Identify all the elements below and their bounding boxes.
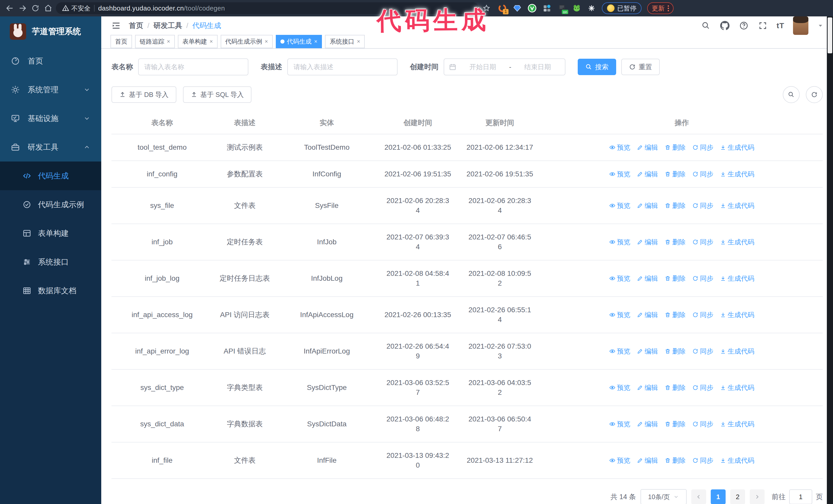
start-date-placeholder[interactable]: 开始日期 (460, 63, 505, 72)
sync-action[interactable]: 同步 (692, 456, 713, 465)
scrollbar-thumb[interactable] (828, 18, 832, 53)
user-avatar[interactable] (793, 17, 808, 35)
delete-action[interactable]: 删除 (665, 143, 686, 152)
extensions-puzzle-icon[interactable] (587, 4, 596, 13)
extension-gem-icon[interactable] (513, 4, 522, 13)
browser-reload-icon[interactable] (30, 3, 41, 13)
browser-menu-icon[interactable] (668, 5, 669, 11)
preview-action[interactable]: 预览 (609, 237, 630, 247)
user-menu-caret-icon[interactable] (817, 22, 824, 29)
sidebar-item-system-api[interactable]: 系统接口 (0, 248, 101, 277)
edit-action[interactable]: 编辑 (637, 143, 658, 152)
app-logo[interactable]: 芋道管理系统 (0, 17, 101, 47)
github-icon[interactable] (720, 21, 730, 31)
preview-action[interactable]: 预览 (609, 383, 630, 392)
generate-code-action[interactable]: 生成代码 (720, 419, 754, 429)
tab-codegen-example[interactable]: 代码生成示例× (221, 35, 273, 48)
import-sql-button[interactable]: 基于 SQL 导入 (183, 87, 252, 103)
close-icon[interactable]: × (357, 38, 360, 45)
edit-action[interactable]: 编辑 (637, 237, 658, 247)
sync-action[interactable]: 同步 (692, 383, 713, 392)
edit-action[interactable]: 编辑 (637, 419, 658, 429)
table-name-input[interactable] (138, 58, 248, 75)
preview-action[interactable]: 预览 (609, 310, 630, 320)
extension-on-icon[interactable]: on (557, 4, 567, 13)
bookmark-star-icon[interactable] (481, 3, 492, 13)
preview-action[interactable]: 预览 (609, 169, 630, 179)
toggle-search-button[interactable] (783, 86, 800, 103)
sidebar-item-system-management[interactable]: 系统管理 (0, 75, 101, 104)
preview-action[interactable]: 预览 (609, 346, 630, 356)
prev-page-button[interactable] (691, 489, 706, 504)
preview-action[interactable]: 预览 (609, 273, 630, 283)
sidebar-item-database-docs[interactable]: 数据库文档 (0, 277, 101, 305)
help-icon[interactable] (739, 21, 749, 31)
next-page-button[interactable] (750, 489, 765, 504)
delete-action[interactable]: 删除 (665, 456, 686, 465)
generate-code-action[interactable]: 生成代码 (720, 456, 754, 465)
delete-action[interactable]: 删除 (665, 237, 686, 247)
edit-action[interactable]: 编辑 (637, 201, 658, 211)
sidebar-item-home[interactable]: 首页 (0, 47, 101, 75)
fullscreen-icon[interactable] (758, 21, 768, 31)
delete-action[interactable]: 删除 (665, 419, 686, 429)
delete-action[interactable]: 删除 (665, 273, 686, 283)
generate-code-action[interactable]: 生成代码 (720, 237, 754, 247)
page-size-select[interactable]: 10条/页 (641, 489, 687, 504)
edit-action[interactable]: 编辑 (637, 169, 658, 179)
sidebar-item-form-builder[interactable]: 表单构建 (0, 219, 101, 248)
table-desc-input[interactable] (287, 58, 398, 75)
extension-v-icon[interactable] (527, 4, 537, 13)
edit-action[interactable]: 编辑 (637, 310, 658, 320)
sidebar-item-dev-tools[interactable]: 研发工具 (0, 133, 101, 162)
sync-action[interactable]: 同步 (692, 346, 713, 356)
edit-action[interactable]: 编辑 (637, 346, 658, 356)
tab-system-api[interactable]: 系统接口× (325, 35, 365, 48)
font-size-icon[interactable]: tT (777, 21, 784, 30)
page-scrollbar[interactable] (827, 17, 833, 504)
browser-forward-icon[interactable] (18, 3, 28, 13)
extension-tiles-icon[interactable] (542, 4, 552, 13)
profile-paused-badge[interactable]: 已暂停 (602, 2, 642, 14)
refresh-table-button[interactable] (806, 86, 823, 103)
generate-code-action[interactable]: 生成代码 (720, 143, 754, 152)
header-search-icon[interactable] (701, 21, 711, 31)
sidebar-item-codegen-example[interactable]: 代码生成示例 (0, 190, 101, 219)
preview-action[interactable]: 预览 (609, 456, 630, 465)
sync-action[interactable]: 同步 (692, 419, 713, 429)
generate-code-action[interactable]: 生成代码 (720, 346, 754, 356)
close-icon[interactable]: × (265, 38, 268, 45)
breadcrumb-home[interactable]: 首页 (129, 21, 143, 30)
sync-action[interactable]: 同步 (692, 201, 713, 211)
close-icon[interactable]: × (210, 38, 213, 45)
delete-action[interactable]: 删除 (665, 310, 686, 320)
tab-form-builder[interactable]: 表单构建× (178, 35, 218, 48)
preview-action[interactable]: 预览 (609, 143, 630, 152)
page-button-2[interactable]: 2 (730, 489, 745, 504)
generate-code-action[interactable]: 生成代码 (720, 201, 754, 211)
browser-update-button[interactable]: 更新 (647, 2, 673, 14)
sidebar-collapse-icon[interactable] (111, 20, 122, 31)
extension-frog-icon[interactable] (572, 4, 581, 13)
preview-action[interactable]: 预览 (609, 201, 630, 211)
reset-button[interactable]: 重置 (621, 59, 660, 75)
edit-action[interactable]: 编辑 (637, 456, 658, 465)
tab-home[interactable]: 首页 (111, 35, 132, 48)
preview-action[interactable]: 预览 (609, 419, 630, 429)
generate-code-action[interactable]: 生成代码 (720, 383, 754, 392)
edit-action[interactable]: 编辑 (637, 383, 658, 392)
browser-back-icon[interactable] (5, 3, 15, 13)
edit-action[interactable]: 编辑 (637, 273, 658, 283)
sync-action[interactable]: 同步 (692, 169, 713, 179)
tab-code-generation[interactable]: 代码生成× (276, 35, 322, 48)
sync-action[interactable]: 同步 (692, 273, 713, 283)
end-date-placeholder[interactable]: 结束日期 (515, 63, 560, 72)
address-bar[interactable]: 不安全 dashboard.yudao.iocoder.cn/tool/code… (56, 2, 479, 14)
sync-action[interactable]: 同步 (692, 143, 713, 152)
date-range-picker[interactable]: 开始日期 - 结束日期 (444, 58, 565, 75)
delete-action[interactable]: 删除 (665, 169, 686, 179)
sidebar-item-infrastructure[interactable]: 基础设施 (0, 104, 101, 133)
not-secure-warning[interactable]: 不安全 (62, 4, 91, 13)
generate-code-action[interactable]: 生成代码 (720, 273, 754, 283)
breadcrumb-dev-tools[interactable]: 研发工具 (153, 21, 182, 30)
